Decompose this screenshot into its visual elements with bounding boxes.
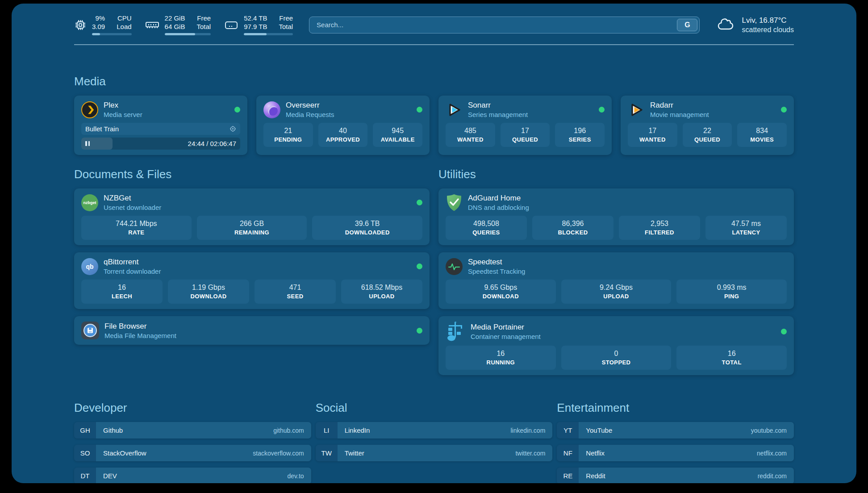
app-card-nzbget[interactable]: nzbget NZBGet Usenet downloader 744.21 M… bbox=[74, 188, 430, 245]
disk-free-label: Free bbox=[279, 14, 293, 22]
section-title-developer: Developer bbox=[74, 401, 311, 415]
bookmark-url: linkedin.com bbox=[511, 427, 546, 434]
cpu-load-label: Load bbox=[117, 23, 131, 30]
app-subtitle: DNS and adblocking bbox=[468, 204, 529, 211]
stat-tile: 0.993 ms PING bbox=[676, 280, 787, 304]
app-subtitle: Movie management bbox=[650, 111, 709, 118]
filebrowser-icon bbox=[81, 322, 99, 339]
bookmark-twitter[interactable]: TW Twitter twitter.com bbox=[316, 445, 553, 461]
section-title-documents: Documents & Files bbox=[74, 167, 430, 181]
portainer-icon bbox=[446, 322, 465, 341]
stat-tile: 485 WANTED bbox=[446, 123, 495, 147]
bookmark-url: twitter.com bbox=[515, 450, 545, 457]
qbittorrent-icon: qb bbox=[81, 258, 98, 275]
topbar-divider bbox=[74, 44, 794, 45]
app-card-plex[interactable]: Plex Media server Bullet Train bbox=[74, 96, 247, 155]
adguard-icon bbox=[446, 194, 463, 211]
bookmark-netflix[interactable]: NF Netflix netflix.com bbox=[557, 445, 794, 461]
bookmark-abbr: DT bbox=[74, 468, 96, 483]
app-subtitle: Speedtest Tracking bbox=[468, 267, 525, 275]
bookmark-abbr: GH bbox=[74, 422, 96, 439]
bookmark-url: reddit.com bbox=[758, 472, 787, 480]
stat-tile: 2,953 FILTERED bbox=[619, 216, 700, 240]
stat-tile: 9.65 Gbps DOWNLOAD bbox=[446, 280, 556, 304]
app-name: Plex bbox=[104, 101, 142, 110]
stat-tile: 17 WANTED bbox=[628, 123, 677, 147]
disk-stat: 52.4 TB 97.9 TB Free Total bbox=[224, 14, 293, 35]
stat-tile: 834 MOVIES bbox=[737, 123, 787, 147]
bookmark-name: Github bbox=[103, 426, 123, 434]
bookmark-dev[interactable]: DT DEV dev.to bbox=[74, 468, 311, 483]
status-dot bbox=[417, 200, 422, 205]
stat-tile: 196 SERIES bbox=[555, 123, 605, 147]
app-subtitle: Series management bbox=[468, 111, 528, 118]
now-playing-title: Bullet Train bbox=[85, 125, 119, 133]
system-stats: 9% 3.09 CPU Load bbox=[74, 14, 293, 35]
status-dot bbox=[781, 329, 787, 334]
radarr-icon bbox=[628, 101, 645, 118]
section-title-social: Social bbox=[316, 401, 553, 415]
bookmark-stackoverflow[interactable]: SO StackOverflow stackoverflow.com bbox=[74, 445, 311, 461]
bookmark-name: YouTube bbox=[586, 426, 612, 434]
pause-button[interactable] bbox=[85, 141, 90, 146]
top-bar: 9% 3.09 CPU Load bbox=[74, 14, 794, 35]
app-card-overseerr[interactable]: Overseerr Media Requests 21 PENDING 40 A… bbox=[256, 96, 430, 155]
ram-free-label: Free bbox=[197, 14, 211, 22]
ram-total-value: 64 GiB bbox=[165, 23, 185, 30]
search-input[interactable] bbox=[309, 17, 700, 33]
cloud-icon bbox=[716, 17, 736, 33]
app-card-qbittorrent[interactable]: qb qBittorrent Torrent downloader 16 LEE… bbox=[74, 252, 430, 309]
cpu-progress-bar bbox=[92, 33, 132, 35]
bookmark-github[interactable]: GH Github github.com bbox=[74, 422, 311, 439]
app-subtitle: Media Requests bbox=[286, 111, 334, 118]
app-card-filebrowser[interactable]: File Browser Media File Management bbox=[74, 316, 430, 345]
bookmark-url: dev.to bbox=[288, 472, 304, 480]
section-title-media: Media bbox=[74, 75, 794, 88]
bookmarks-developer: Developer GH Github github.com SO StackO… bbox=[74, 401, 311, 483]
bookmark-url: stackoverflow.com bbox=[253, 450, 304, 457]
app-card-radarr[interactable]: Radarr Movie management 17 WANTED 22 QUE… bbox=[621, 96, 794, 155]
cpu-icon bbox=[74, 19, 87, 31]
app-card-adguard[interactable]: AdGuard Home DNS and adblocking 498,508 … bbox=[438, 188, 794, 245]
app-card-speedtest[interactable]: Speedtest Speedtest Tracking 9.65 Gbps D… bbox=[438, 252, 794, 309]
bookmark-url: github.com bbox=[273, 427, 304, 434]
bookmark-reddit[interactable]: RE Reddit reddit.com bbox=[557, 468, 794, 483]
bookmark-abbr: LI bbox=[316, 422, 338, 439]
speedtest-icon bbox=[446, 258, 463, 275]
stat-tile: 16 RUNNING bbox=[446, 346, 556, 370]
status-dot bbox=[417, 263, 422, 269]
search-bar: G bbox=[309, 17, 700, 33]
section-media: Media Plex Media server Bullet Train bbox=[74, 75, 794, 155]
app-subtitle: Media server bbox=[104, 111, 142, 118]
app-name: Media Portainer bbox=[471, 323, 541, 332]
nzbget-icon: nzbget bbox=[81, 194, 98, 211]
stat-tile: 618.52 Mbps UPLOAD bbox=[341, 280, 422, 304]
bookmark-name: Netflix bbox=[586, 449, 605, 457]
bookmark-linkedin[interactable]: LI LinkedIn linkedin.com bbox=[316, 422, 553, 439]
bookmark-url: youtube.com bbox=[751, 427, 787, 434]
search-engine-button[interactable]: G bbox=[677, 19, 697, 31]
app-card-portainer[interactable]: Media Portainer Container management 16 … bbox=[438, 316, 794, 375]
app-card-sonarr[interactable]: Sonarr Series management 485 WANTED 17 Q… bbox=[438, 96, 612, 155]
bookmark-name: LinkedIn bbox=[345, 426, 370, 434]
gear-icon[interactable] bbox=[230, 125, 236, 132]
stat-tile: 40 APPROVED bbox=[318, 123, 368, 147]
app-subtitle: Container management bbox=[471, 333, 541, 340]
cpu-usage-label: CPU bbox=[117, 14, 132, 22]
bookmark-abbr: RE bbox=[557, 468, 579, 483]
ram-stat: 22 GiB 64 GiB Free Total bbox=[145, 14, 211, 35]
stat-tile: 17 QUEUED bbox=[501, 123, 550, 147]
bookmark-abbr: NF bbox=[557, 445, 579, 461]
weather-widget[interactable]: Lviv, 16.87°C scattered clouds bbox=[716, 16, 794, 34]
disk-free-value: 52.4 TB bbox=[244, 14, 267, 22]
bookmark-abbr: YT bbox=[557, 422, 579, 439]
app-subtitle: Usenet downloader bbox=[104, 204, 161, 211]
stat-tile: 498,508 QUERIES bbox=[446, 216, 527, 240]
section-documents: Documents & Files nzbget NZBGet Usenet d… bbox=[74, 167, 430, 375]
stat-tile: 86,396 BLOCKED bbox=[532, 216, 613, 240]
bookmark-name: Reddit bbox=[586, 472, 605, 480]
app-name: Overseerr bbox=[286, 101, 334, 110]
stat-tile: 266 GB REMAINING bbox=[197, 216, 307, 240]
bookmark-youtube[interactable]: YT YouTube youtube.com bbox=[557, 422, 794, 439]
stat-tile: 471 SEED bbox=[255, 280, 336, 304]
